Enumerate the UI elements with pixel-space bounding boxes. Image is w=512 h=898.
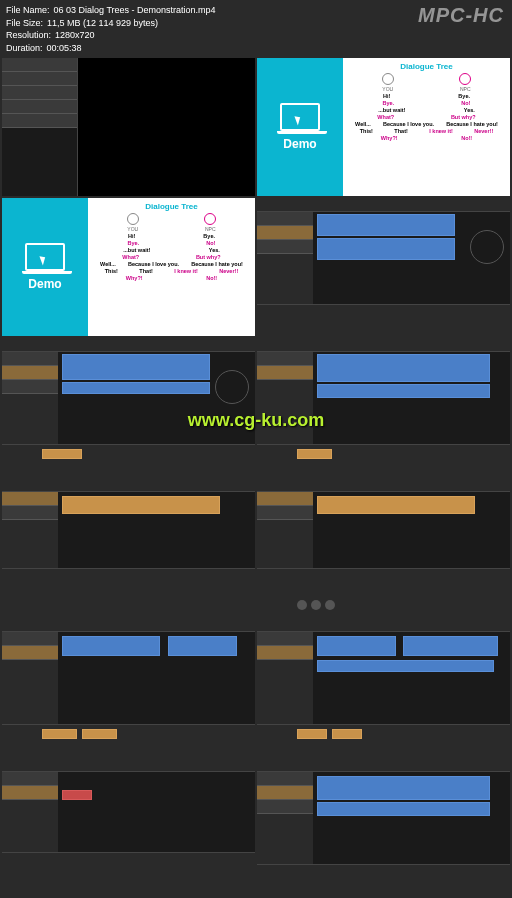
audio-clip: [297, 729, 327, 739]
audio-clip: [317, 636, 396, 656]
demo-label: Demo: [283, 137, 316, 151]
audio-clip: [403, 636, 498, 656]
thumbnail-1[interactable]: [2, 58, 255, 196]
resolution-label: Resolution:: [6, 29, 51, 42]
demo-panel: Demo: [257, 58, 343, 196]
tree-head-you: YOU: [382, 73, 394, 92]
demo-panel: Demo: [2, 198, 88, 336]
audio-clip: [317, 384, 491, 398]
tree-title: Dialogue Tree: [94, 202, 249, 211]
tree-title: Dialogue Tree: [349, 62, 504, 71]
audio-clip: [317, 496, 475, 514]
thumbnail-6[interactable]: [257, 338, 510, 476]
audio-clip: [168, 636, 237, 656]
track-row: [2, 100, 77, 114]
track-row: [257, 366, 313, 380]
thumbnail-10[interactable]: [257, 618, 510, 756]
file-size-value: 11,5 MB (12 114 929 bytes): [47, 17, 158, 30]
duration-label: Duration:: [6, 42, 43, 55]
thumbnail-2[interactable]: Demo Dialogue Tree YOU NPC Hi!Bye. Bye.N…: [257, 58, 510, 196]
track-row: [257, 492, 313, 506]
track-row: [2, 786, 58, 800]
track-row: [2, 380, 58, 394]
track-row: [2, 114, 77, 128]
knob: [325, 600, 335, 610]
jog-wheel: [215, 370, 249, 404]
audio-clip: [62, 636, 161, 656]
jog-wheel: [470, 230, 504, 264]
track-row: [257, 772, 313, 786]
track-row: [2, 772, 58, 786]
track-row: [257, 240, 313, 254]
audio-clip: [42, 729, 77, 739]
audio-clip: [297, 449, 332, 459]
track-row: [257, 646, 313, 660]
dialogue-tree: Dialogue Tree YOU NPC Hi!Bye. Bye.No! ..…: [343, 58, 510, 196]
app-logo: MPC-HC: [418, 4, 504, 27]
track-row: [2, 492, 58, 506]
track-row: [257, 352, 313, 366]
thumbnail-grid: Demo Dialogue Tree YOU NPC Hi!Bye. Bye.N…: [0, 56, 512, 898]
audio-clip: [317, 354, 491, 382]
knob: [311, 600, 321, 610]
resolution-value: 1280x720: [55, 29, 95, 42]
knob: [297, 600, 307, 610]
track-row: [257, 800, 313, 814]
track-row: [2, 352, 58, 366]
track-row: [257, 212, 313, 226]
file-name-value: 06 03 Dialog Trees - Demonstration.mp4: [54, 4, 216, 17]
audio-clip: [317, 214, 455, 236]
track-row: [257, 632, 313, 646]
audio-clip: [82, 729, 117, 739]
track-row: [2, 72, 77, 86]
file-name-label: File Name:: [6, 4, 50, 17]
tree-head-npc: NPC: [459, 73, 471, 92]
audio-clip: [62, 382, 210, 394]
file-size-label: File Size:: [6, 17, 43, 30]
audio-clip: [317, 238, 455, 260]
demo-label: Demo: [28, 277, 61, 291]
thumbnail-5[interactable]: [2, 338, 255, 476]
thumbnail-12[interactable]: [257, 758, 510, 896]
thumbnail-7[interactable]: [2, 478, 255, 616]
duration-value: 00:05:38: [47, 42, 82, 55]
tree-head-you: YOU: [127, 213, 139, 232]
track-row: [2, 58, 77, 72]
audio-clip: [62, 354, 210, 380]
dialogue-tree: Dialogue Tree YOU NPC Hi!Bye. Bye.No! ..…: [88, 198, 255, 336]
file-info: File Name: 06 03 Dialog Trees - Demonstr…: [6, 4, 216, 54]
tree-head-npc: NPC: [204, 213, 216, 232]
audio-clip: [62, 790, 92, 800]
audio-clip: [317, 802, 491, 816]
track-row: [2, 86, 77, 100]
track-row: [2, 632, 58, 646]
laptop-icon: [280, 103, 320, 131]
track-row: [2, 646, 58, 660]
audio-clip: [62, 496, 220, 514]
laptop-icon: [25, 243, 65, 271]
thumbnail-9[interactable]: [2, 618, 255, 756]
thumbnail-8[interactable]: [257, 478, 510, 616]
audio-clip: [42, 449, 82, 459]
track-row: [257, 786, 313, 800]
thumbnail-4[interactable]: [257, 198, 510, 336]
track-row: [2, 506, 58, 520]
track-row: [257, 226, 313, 240]
thumbnail-11[interactable]: [2, 758, 255, 896]
audio-clip: [317, 660, 495, 672]
track-row: [2, 366, 58, 380]
audio-clip: [332, 729, 362, 739]
thumbnail-3[interactable]: Demo Dialogue Tree YOU NPC Hi!Bye. Bye.N…: [2, 198, 255, 336]
audio-clip: [317, 776, 491, 800]
track-row: [257, 506, 313, 520]
